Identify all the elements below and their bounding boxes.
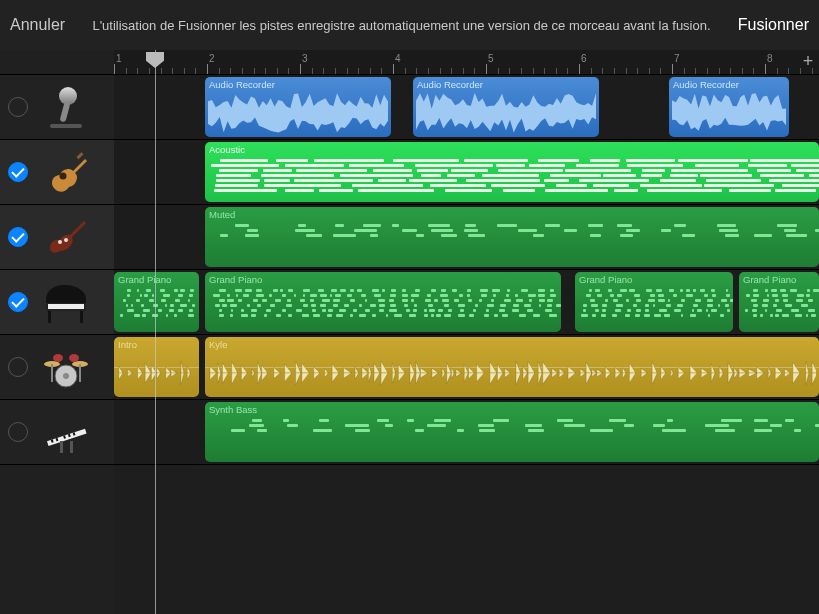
region[interactable]: Audio Recorder	[205, 77, 391, 137]
svg-marker-139	[580, 373, 585, 377]
track-select-checkbox[interactable]	[8, 422, 28, 442]
track-select-checkbox[interactable]	[8, 97, 28, 117]
timeline[interactable]: + 12345678 Audio RecorderAudio RecorderA…	[114, 50, 819, 614]
track-header-acoustic[interactable]	[0, 140, 114, 205]
region[interactable]: Muted	[205, 207, 819, 267]
ruler[interactable]: + 12345678	[114, 50, 819, 75]
region[interactable]: Grand Piano	[575, 272, 733, 332]
region[interactable]: Grand Piano	[114, 272, 199, 332]
region[interactable]: Audio Recorder	[669, 77, 789, 137]
svg-marker-176	[739, 368, 746, 373]
region[interactable]: Synth Bass	[205, 402, 819, 462]
grand-piano-icon	[36, 277, 96, 327]
svg-marker-83	[362, 373, 368, 379]
svg-marker-91	[392, 373, 395, 383]
bar-number: 6	[581, 53, 587, 64]
svg-marker-114	[477, 364, 485, 373]
ruler-spacer	[0, 50, 114, 75]
drum-kit-icon	[36, 342, 96, 392]
acoustic-guitar-icon	[36, 147, 96, 197]
svg-marker-119	[497, 373, 503, 382]
track-lane-piano[interactable]: Grand PianoGrand PianoGrand PianoGrand P…	[114, 270, 819, 335]
svg-rect-26	[60, 441, 63, 453]
svg-marker-70	[302, 363, 309, 373]
track-header-drums[interactable]	[0, 335, 114, 400]
svg-marker-127	[528, 373, 535, 384]
track-header-piano[interactable]	[0, 270, 114, 335]
svg-marker-129	[538, 373, 542, 385]
svg-marker-177	[739, 373, 746, 378]
svg-rect-16	[79, 364, 81, 382]
svg-marker-56	[241, 365, 247, 373]
svg-marker-174	[734, 368, 738, 373]
svg-marker-124	[523, 366, 527, 373]
region[interactable]: Intro	[114, 337, 199, 397]
track-lane-acoustic[interactable]: Acoustic	[114, 140, 819, 205]
bar-number: 5	[488, 53, 494, 64]
svg-marker-87	[374, 373, 380, 383]
svg-marker-187	[785, 373, 791, 377]
svg-marker-123	[516, 373, 521, 385]
svg-marker-156	[652, 362, 657, 373]
track-header-bass[interactable]	[0, 205, 114, 270]
svg-marker-152	[629, 363, 635, 373]
merge-button[interactable]: Fusionner	[738, 16, 809, 34]
svg-marker-62	[262, 365, 268, 373]
svg-marker-32	[138, 367, 143, 373]
svg-marker-28	[119, 366, 123, 373]
svg-marker-142	[592, 369, 597, 373]
svg-marker-102	[442, 368, 445, 373]
region[interactable]: Grand Piano	[739, 272, 819, 332]
svg-marker-121	[505, 373, 511, 378]
track-lane-synth[interactable]: Synth Bass	[114, 400, 819, 465]
svg-marker-116	[490, 362, 497, 373]
svg-marker-104	[447, 363, 452, 373]
track-select-checkbox[interactable]	[8, 162, 28, 182]
playhead-line[interactable]	[155, 50, 156, 614]
region[interactable]: Audio Recorder	[413, 77, 599, 137]
svg-marker-192	[812, 362, 816, 373]
region-label: Audio Recorder	[417, 79, 595, 90]
svg-marker-161	[671, 373, 674, 377]
svg-marker-146	[605, 367, 610, 373]
add-section-button[interactable]: +	[799, 52, 817, 70]
svg-marker-29	[119, 373, 123, 380]
region-label: Kyle	[209, 339, 815, 350]
track-lane-drums[interactable]: IntroKyle	[114, 335, 819, 400]
track-select-checkbox[interactable]	[8, 357, 28, 377]
svg-marker-154	[641, 368, 647, 373]
track-select-checkbox[interactable]	[8, 292, 28, 312]
svg-marker-113	[469, 373, 475, 379]
svg-marker-54	[232, 362, 238, 373]
svg-marker-86	[374, 363, 380, 373]
svg-marker-71	[302, 373, 309, 383]
svg-marker-181	[757, 373, 764, 379]
svg-marker-189	[793, 373, 800, 384]
svg-marker-168	[711, 364, 715, 373]
svg-marker-45	[181, 373, 184, 385]
region[interactable]: Acoustic	[205, 142, 819, 202]
region[interactable]: Kyle	[205, 337, 819, 397]
svg-marker-185	[775, 373, 782, 380]
svg-marker-184	[775, 366, 782, 373]
svg-marker-136	[568, 367, 576, 373]
track-select-checkbox[interactable]	[8, 227, 28, 247]
svg-marker-134	[559, 368, 564, 373]
svg-marker-42	[171, 369, 177, 373]
playhead-marker[interactable]	[146, 52, 164, 68]
svg-rect-9	[48, 311, 51, 323]
svg-marker-38	[157, 367, 161, 373]
region-label: Intro	[118, 339, 195, 350]
track-lane-mic[interactable]: Audio RecorderAudio RecorderAudio Record…	[114, 75, 819, 140]
svg-marker-141	[586, 373, 591, 384]
cancel-button[interactable]: Annuler	[10, 16, 65, 34]
svg-rect-15	[51, 364, 53, 382]
region[interactable]: Grand Piano	[205, 272, 561, 332]
svg-marker-43	[171, 373, 177, 377]
track-header-synth[interactable]	[0, 400, 114, 465]
track-lane-bass[interactable]: Muted	[114, 205, 819, 270]
bar-number: 3	[302, 53, 308, 64]
track-header-mic[interactable]	[0, 75, 114, 140]
svg-marker-144	[597, 369, 603, 373]
svg-marker-41	[166, 373, 171, 379]
